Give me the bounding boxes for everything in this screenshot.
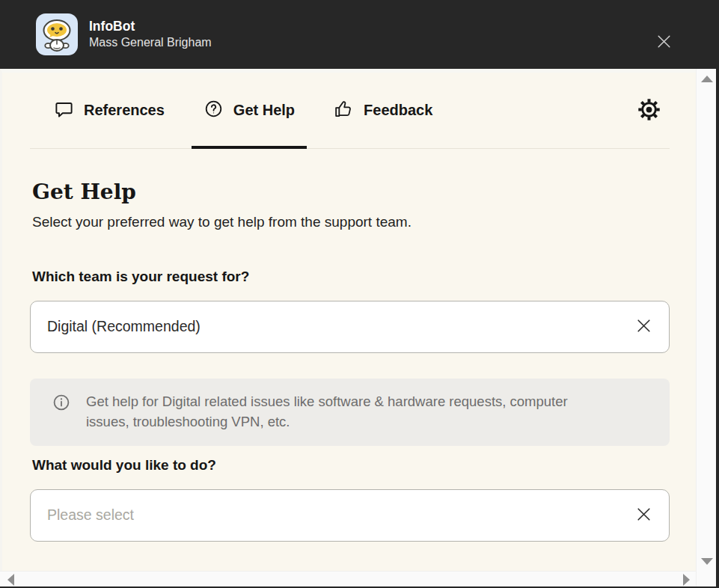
info-circle-icon <box>52 393 70 433</box>
settings-button[interactable] <box>637 98 661 123</box>
tab-label: References <box>84 102 165 119</box>
bot-title: InfoBot <box>89 19 212 34</box>
page-title: Get Help <box>32 180 670 204</box>
close-button[interactable] <box>650 29 677 56</box>
tab-feedback[interactable]: Feedback <box>322 73 444 148</box>
action-select-input[interactable] <box>47 506 631 524</box>
main-panel: References Get Help Feedback <box>0 69 696 571</box>
vertical-scrollbar[interactable] <box>696 69 716 587</box>
header-titles: InfoBot Mass General Brigham <box>89 19 212 50</box>
close-icon <box>654 31 674 54</box>
tab-bar: References Get Help Feedback <box>30 73 670 149</box>
chat-bubble-icon <box>54 99 74 123</box>
scroll-left-arrow-icon[interactable] <box>7 574 14 586</box>
tab-get-help[interactable]: Get Help <box>192 73 307 148</box>
team-select-input[interactable] <box>47 318 631 335</box>
team-select-field[interactable] <box>30 301 670 353</box>
action-clear-button[interactable] <box>631 503 655 527</box>
gear-icon <box>637 98 661 123</box>
bot-subtitle: Mass General Brigham <box>89 36 212 49</box>
action-select-field[interactable] <box>30 489 670 542</box>
question-circle-icon <box>204 99 224 123</box>
team-question-label: Which team is your request for? <box>32 269 670 286</box>
scroll-right-arrow-icon[interactable] <box>683 574 690 586</box>
tab-label: Feedback <box>364 102 432 119</box>
scroll-up-arrow-icon[interactable] <box>701 76 713 82</box>
action-question-label: What would you like to do? <box>32 457 670 474</box>
team-clear-button[interactable] <box>631 315 655 339</box>
window-right-edge <box>716 69 719 588</box>
thumbs-up-icon <box>334 99 354 123</box>
scroll-down-arrow-icon[interactable] <box>701 558 713 565</box>
tab-label: Get Help <box>233 102 295 119</box>
team-info-text: Get help for Digital related issues like… <box>86 391 602 433</box>
infobot-avatar-icon <box>36 13 78 55</box>
team-info-note: Get help for Digital related issues like… <box>30 379 670 447</box>
clear-x-icon <box>634 316 654 338</box>
horizontal-scrollbar[interactable] <box>0 571 696 587</box>
tab-references[interactable]: References <box>42 73 177 148</box>
widget-header: InfoBot Mass General Brigham <box>0 0 719 69</box>
clear-x-icon <box>634 504 654 527</box>
page-description: Select your preferred way to get help fr… <box>32 212 670 233</box>
